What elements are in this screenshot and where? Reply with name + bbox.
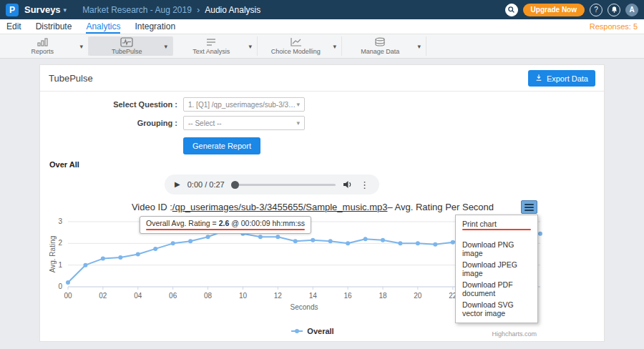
responses-count[interactable]: Responses: 5	[590, 22, 638, 31]
grouping-select[interactable]: -- Select -- ▾	[183, 116, 305, 130]
data-point-marker[interactable]	[66, 280, 70, 285]
upgrade-now-button[interactable]: Upgrade Now	[523, 4, 585, 16]
chart-menu-icon[interactable]	[521, 200, 537, 214]
svg-text:1: 1	[58, 261, 62, 269]
data-point-marker[interactable]	[293, 239, 298, 243]
nav-item-distribute[interactable]: Distribute	[36, 19, 72, 34]
chart-title-suffix: – Avg. Rating Per Second	[387, 202, 494, 212]
svg-text:14: 14	[309, 292, 318, 300]
svg-text:02: 02	[99, 292, 107, 300]
data-point-marker[interactable]	[101, 257, 105, 261]
toolbar-item-reports[interactable]: Reports ▾	[4, 36, 89, 56]
data-point-marker[interactable]	[118, 255, 122, 260]
breadcrumb-page-name: Audio Analysis	[205, 5, 260, 15]
toolbar-item-manage-data[interactable]: Manage Data ▾	[342, 36, 426, 56]
generate-report-button[interactable]: Generate Report	[183, 137, 260, 154]
chevron-down-icon[interactable]: ▾	[162, 43, 170, 50]
panel-title: TubePulse	[49, 73, 93, 84]
data-point-marker[interactable]	[258, 235, 263, 239]
toolbar-item-choice-modelling[interactable]: Choice Modelling ▾	[258, 36, 342, 56]
svg-text:04: 04	[134, 292, 142, 300]
toolbar-item-label: Text Analysis	[192, 48, 230, 55]
audio-player[interactable]: ▶ 0:00 / 0:27 ⋮	[165, 174, 379, 195]
breadcrumb-survey-name[interactable]: Market Research - Aug 2019	[82, 5, 192, 15]
tooltip-suffix: @ 00:00:09 hh:mm:ss	[229, 219, 305, 227]
question-select[interactable]: 1. [Q1] /qp_userimages/sub-3/3455655/S..…	[183, 97, 305, 112]
help-icon[interactable]: ?	[590, 4, 602, 16]
data-point-marker[interactable]	[311, 238, 315, 242]
reports-icon	[36, 37, 49, 47]
data-point-marker[interactable]	[83, 263, 87, 267]
red-annotation-underline	[462, 229, 531, 230]
svg-text:16: 16	[344, 292, 353, 300]
search-icon[interactable]	[505, 4, 518, 16]
nav-item-analytics[interactable]: Analytics	[86, 19, 120, 34]
app-logo[interactable]: P	[6, 4, 19, 16]
overall-section-label: Over All	[49, 160, 604, 169]
grouping-select-value: -- Select --	[188, 119, 222, 127]
data-point-marker[interactable]	[364, 237, 368, 241]
report-form: Select Question : 1. [Q1] /qp_userimages…	[40, 97, 604, 130]
data-point-marker[interactable]	[538, 232, 542, 236]
toolbar-item-label: Reports	[31, 48, 54, 55]
svg-text:0: 0	[58, 282, 62, 290]
legend-marker	[291, 330, 303, 332]
y-axis-title: Avg. Rating	[49, 236, 57, 273]
data-point-marker[interactable]	[171, 241, 175, 245]
legend-series-label: Overall	[307, 327, 333, 335]
highcharts-credits[interactable]: Highcharts.com	[492, 330, 537, 338]
data-point-marker[interactable]	[188, 239, 192, 243]
menu-item-print-chart[interactable]: Print chart	[456, 218, 537, 232]
toolbar-item-tubepulse[interactable]: TubePulse ▾	[89, 36, 173, 56]
audio-seek-slider[interactable]	[232, 184, 336, 186]
svg-text:00: 00	[64, 292, 72, 300]
data-point-marker[interactable]	[328, 239, 333, 243]
play-icon[interactable]: ▶	[175, 181, 180, 188]
data-point-marker[interactable]	[416, 241, 420, 245]
toolbar-item-label: TubePulse	[112, 48, 142, 55]
menu-item-download-jpeg[interactable]: Download JPEG image	[456, 259, 537, 279]
nav-item-edit[interactable]: Edit	[6, 19, 21, 34]
data-point-marker[interactable]	[451, 240, 455, 245]
tooltip-value: 2.6	[219, 219, 230, 227]
data-point-marker[interactable]	[206, 235, 210, 239]
chevron-down-icon[interactable]: ▾	[331, 43, 338, 50]
surveys-dropdown[interactable]: Surveys ▾	[24, 4, 67, 15]
chart-title: Video ID :/qp_userimages/sub-3/3455655/S…	[48, 202, 577, 215]
app-header: P Surveys ▾ Market Research - Aug 2019 ›…	[0, 0, 644, 19]
data-point-marker[interactable]	[381, 238, 385, 242]
toolbar-item-text-analysis[interactable]: Text Analysis ▾	[173, 36, 258, 56]
chevron-down-icon[interactable]: ▾	[77, 43, 85, 50]
panel-header: TubePulse Export Data	[40, 65, 604, 91]
chevron-down-icon[interactable]: ▾	[415, 43, 423, 50]
header-actions: Upgrade Now ? A	[505, 4, 638, 16]
menu-item-download-svg[interactable]: Download SVG vector image	[456, 299, 537, 319]
svg-text:20: 20	[414, 292, 422, 300]
user-avatar[interactable]: A	[625, 4, 638, 16]
volume-icon[interactable]	[343, 180, 353, 190]
tooltip-prefix: Overall Avg. Rating =	[146, 219, 219, 227]
svg-text:18: 18	[379, 292, 387, 300]
data-point-marker[interactable]	[398, 241, 402, 245]
chevron-down-icon[interactable]: ▾	[246, 43, 254, 50]
data-point-marker[interactable]	[346, 241, 350, 245]
svg-text:12: 12	[274, 292, 283, 300]
svg-text:3: 3	[58, 217, 62, 225]
audio-menu-icon[interactable]: ⋮	[360, 180, 369, 190]
export-data-button[interactable]: Export Data	[528, 70, 595, 87]
text-analysis-icon	[205, 37, 217, 47]
data-point-marker[interactable]	[275, 235, 280, 239]
audio-seek-thumb[interactable]	[231, 181, 239, 189]
question-select-value: 1. [Q1] /qp_userimages/sub-3/3455655/S..…	[188, 101, 296, 109]
notifications-bell-icon[interactable]	[608, 4, 620, 16]
nav-item-integration[interactable]: Integration	[135, 19, 175, 34]
svg-text:08: 08	[204, 292, 213, 300]
svg-text:2: 2	[58, 239, 62, 247]
menu-item-download-png[interactable]: Download PNG image	[456, 239, 537, 259]
menu-item-download-pdf[interactable]: Download PDF document	[456, 279, 537, 299]
data-point-marker[interactable]	[136, 252, 140, 257]
data-point-marker[interactable]	[433, 242, 437, 247]
chart-area: Video ID :/qp_userimages/sub-3/3455655/S…	[48, 202, 577, 338]
breadcrumb-separator-icon: ›	[197, 4, 200, 15]
data-point-marker[interactable]	[153, 247, 157, 251]
